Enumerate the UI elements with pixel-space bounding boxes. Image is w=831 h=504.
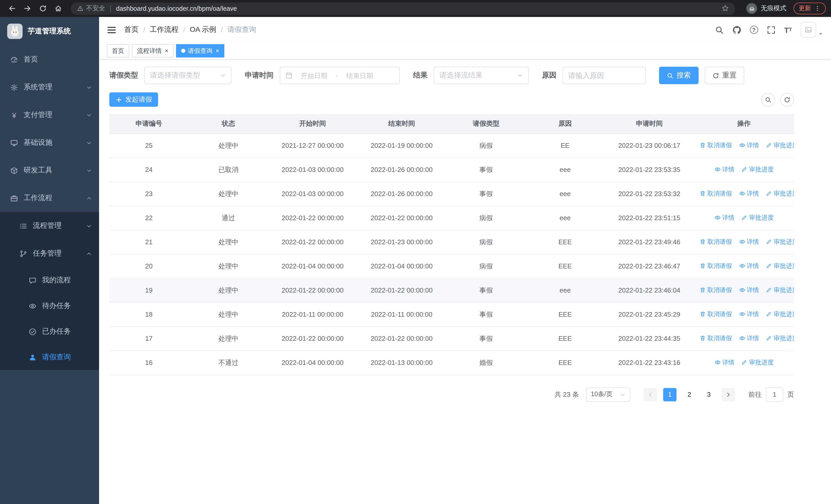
cell-reason: EEE bbox=[525, 302, 605, 326]
detail-link[interactable]: 详情 bbox=[739, 141, 759, 150]
collapse-sidebar-button[interactable] bbox=[107, 25, 116, 35]
sidebar-item-done-tasks[interactable]: 已办任务 bbox=[0, 319, 99, 345]
bookmark-star-icon[interactable] bbox=[722, 4, 729, 12]
url-text[interactable]: dashboard.yudao.iocoder.cn/bpm/oa/leave bbox=[116, 5, 722, 12]
search-button[interactable]: 搜索 bbox=[659, 67, 698, 84]
browser-home-button[interactable] bbox=[51, 2, 65, 15]
progress-link[interactable]: 审批进度 bbox=[766, 310, 794, 319]
breadcrumb-item-oa-example[interactable]: OA 示例 bbox=[190, 25, 216, 34]
progress-link[interactable]: 审批进度 bbox=[741, 165, 774, 174]
sidebar-item-label: 基础设施 bbox=[24, 138, 52, 147]
progress-link[interactable]: 审批进度 bbox=[741, 358, 774, 367]
cancel-leave-link[interactable]: 取消请假 bbox=[699, 141, 732, 150]
url-bar[interactable]: 不安全 dashboard.yudao.iocoder.cn/bpm/oa/le… bbox=[71, 2, 735, 14]
font-size-icon[interactable]: TT bbox=[784, 26, 792, 34]
page-content: 请假类型 请选择请假类型 申请时间 - bbox=[99, 60, 831, 504]
help-icon[interactable]: ? bbox=[750, 26, 758, 34]
tab-label: 请假查询 bbox=[188, 47, 212, 55]
toggle-search-button[interactable] bbox=[761, 93, 775, 107]
tab-home[interactable]: 首页 bbox=[107, 44, 130, 58]
sidebar-item-payment-management[interactable]: ¥ 支付管理 bbox=[0, 101, 99, 129]
cancel-leave-link[interactable]: 取消请假 bbox=[699, 334, 732, 343]
browser-back-button[interactable] bbox=[5, 2, 19, 15]
detail-label: 详情 bbox=[747, 286, 759, 295]
github-icon[interactable] bbox=[732, 25, 741, 34]
trash-icon bbox=[699, 287, 706, 293]
detail-link[interactable]: 详情 bbox=[714, 213, 734, 222]
progress-link[interactable]: 审批进度 bbox=[766, 286, 794, 295]
cancel-leave-link[interactable]: 取消请假 bbox=[699, 286, 732, 295]
progress-link[interactable]: 审批进度 bbox=[766, 189, 794, 198]
app-logo[interactable]: 芋道管理系统 bbox=[0, 17, 99, 46]
detail-link[interactable]: 详情 bbox=[739, 334, 759, 343]
progress-link[interactable]: 审批进度 bbox=[766, 238, 794, 246]
progress-link[interactable]: 审批进度 bbox=[766, 262, 794, 270]
reason-input[interactable] bbox=[568, 71, 640, 80]
update-button[interactable]: 更新 bbox=[794, 3, 826, 14]
create-leave-button[interactable]: 发起请假 bbox=[109, 92, 158, 107]
page-button-2[interactable]: 2 bbox=[683, 388, 696, 401]
close-icon[interactable]: × bbox=[165, 48, 168, 54]
page-button-1[interactable]: 1 bbox=[663, 388, 677, 401]
breadcrumb-item-workflow[interactable]: 工作流程 bbox=[150, 25, 179, 34]
progress-link[interactable]: 审批进度 bbox=[741, 213, 774, 222]
fullscreen-icon[interactable] bbox=[767, 25, 775, 34]
security-badge[interactable]: 不安全 bbox=[77, 4, 105, 13]
sidebar-item-home[interactable]: 首页 bbox=[0, 46, 99, 73]
goto-page-input[interactable] bbox=[766, 387, 783, 402]
browser-forward-button[interactable] bbox=[21, 2, 34, 15]
cancel-leave-link[interactable]: 取消请假 bbox=[699, 310, 732, 319]
avatar[interactable] bbox=[801, 22, 816, 37]
reset-button[interactable]: 重置 bbox=[705, 67, 744, 84]
sidebar-item-leave-query[interactable]: 请假查询 bbox=[0, 345, 99, 370]
breadcrumb-item-home[interactable]: 首页 bbox=[124, 25, 139, 34]
sidebar-item-todo-tasks[interactable]: 待办任务 bbox=[0, 293, 99, 319]
reason-field[interactable] bbox=[563, 67, 646, 84]
tab-leave-query[interactable]: 请假查询 × bbox=[176, 44, 224, 58]
user-menu[interactable] bbox=[801, 22, 823, 37]
prev-page-button[interactable] bbox=[643, 388, 657, 401]
detail-link[interactable]: 详情 bbox=[739, 189, 759, 198]
detail-link[interactable]: 详情 bbox=[739, 262, 759, 270]
start-date-input[interactable] bbox=[295, 71, 334, 79]
sidebar-item-dev-tools[interactable]: 研发工具 bbox=[0, 156, 99, 184]
detail-link[interactable]: 详情 bbox=[739, 286, 759, 295]
detail-link[interactable]: 详情 bbox=[714, 358, 734, 367]
sidebar-item-task-management[interactable]: 任务管理 bbox=[0, 240, 99, 267]
sidebar-item-process-management[interactable]: 流程管理 bbox=[0, 212, 99, 240]
refresh-table-button[interactable] bbox=[780, 93, 794, 107]
cell-actions: 取消请假 详情 审批进度 bbox=[694, 230, 794, 254]
apply-time-range[interactable]: - bbox=[280, 67, 400, 84]
cancel-leave-link[interactable]: 取消请假 bbox=[699, 238, 732, 246]
detail-link[interactable]: 详情 bbox=[739, 310, 759, 319]
cancel-leave-link[interactable]: 取消请假 bbox=[699, 189, 732, 198]
eye-icon bbox=[714, 167, 720, 173]
leave-type-select[interactable]: 请选择请假类型 bbox=[144, 67, 231, 84]
page-button-3[interactable]: 3 bbox=[702, 388, 716, 401]
eye-icon bbox=[739, 263, 745, 269]
detail-link[interactable]: 详情 bbox=[739, 238, 759, 246]
browser-menu-dots-icon[interactable] bbox=[814, 5, 821, 12]
detail-link[interactable]: 详情 bbox=[714, 165, 734, 174]
detail-label: 详情 bbox=[747, 189, 759, 198]
sidebar-item-workflow[interactable]: 工作流程 bbox=[0, 184, 99, 212]
sidebar-item-my-process[interactable]: 我的流程 bbox=[0, 267, 99, 293]
cell-status: 处理中 bbox=[189, 254, 268, 278]
end-date-input[interactable] bbox=[340, 71, 379, 79]
search-icon bbox=[667, 72, 674, 79]
close-icon[interactable]: × bbox=[216, 48, 219, 54]
progress-link[interactable]: 审批进度 bbox=[766, 334, 794, 343]
cancel-leave-link[interactable]: 取消请假 bbox=[699, 262, 732, 270]
breadcrumb: 首页 / 工作流程 / OA 示例 / 请假查询 bbox=[124, 25, 256, 34]
sidebar-item-infrastructure[interactable]: 基础设施 bbox=[0, 129, 99, 156]
sidebar-item-system-management[interactable]: 系统管理 bbox=[0, 73, 99, 101]
next-page-button[interactable] bbox=[722, 388, 735, 401]
page-size-select[interactable]: 10条/页 bbox=[586, 387, 630, 402]
pagination-total: 共 23 条 bbox=[554, 390, 579, 399]
result-select[interactable]: 请选择流结果 bbox=[434, 67, 529, 84]
tab-process-detail[interactable]: 流程详情 × bbox=[132, 44, 173, 58]
pagination: 共 23 条 10条/页 1 2 3 前往 bbox=[109, 387, 794, 402]
progress-link[interactable]: 审批进度 bbox=[766, 141, 794, 150]
header-search-icon[interactable] bbox=[715, 25, 723, 34]
browser-reload-button[interactable] bbox=[36, 2, 49, 15]
